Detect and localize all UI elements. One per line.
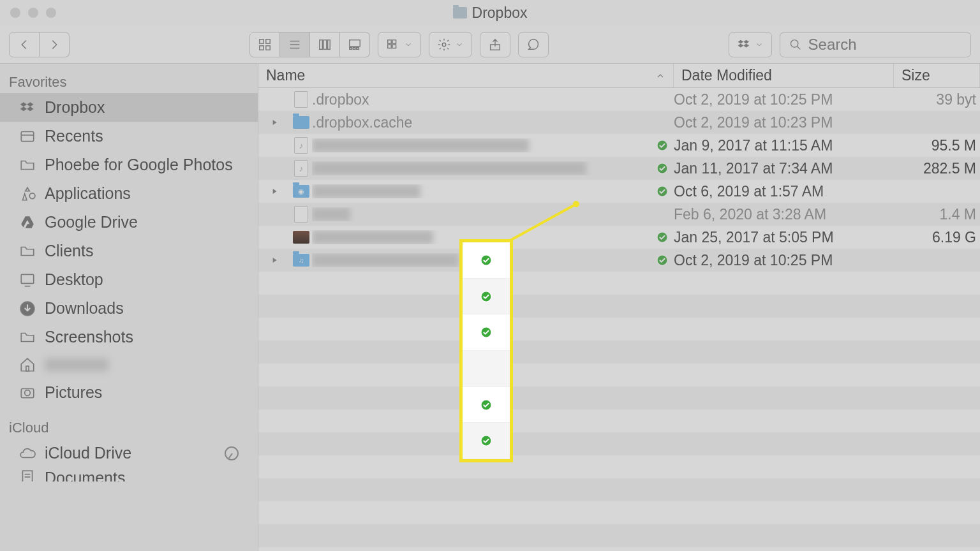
action-button[interactable] [429, 32, 472, 57]
table-row[interactable]: Jan 25, 2017 at 5:05 PM6.19 G [258, 226, 980, 249]
disclosure-triangle[interactable] [258, 118, 290, 127]
empty-row [258, 295, 980, 318]
table-row[interactable]: Jan 11, 2017 at 7:34 AM282.5 M [258, 157, 980, 180]
svg-rect-10 [350, 40, 360, 46]
tags-button[interactable] [518, 32, 549, 57]
arrange-button[interactable] [378, 32, 421, 57]
column-name[interactable]: Name [258, 64, 674, 87]
icon-view-button[interactable] [249, 32, 280, 57]
nav-buttons [9, 32, 70, 57]
sidebar-item-applications[interactable]: Applications [0, 179, 258, 208]
svg-rect-30 [22, 471, 32, 481]
sort-asc-icon [655, 69, 665, 83]
sidebar-item-label: iCloud Drive [45, 444, 131, 462]
back-button[interactable] [9, 32, 40, 57]
downloads-icon [19, 300, 36, 317]
sidebar-item-icloud-drive[interactable]: iCloud Drive [0, 439, 258, 467]
pictures-icon [19, 385, 36, 401]
forward-button[interactable] [40, 32, 70, 57]
file-name [312, 138, 651, 152]
home-icon [19, 356, 36, 373]
sidebar-item-documents[interactable]: Documents [0, 467, 258, 481]
column-date[interactable]: Date Modified [674, 64, 894, 87]
sync-complete-icon [657, 231, 668, 243]
sidebar-item-label: Documents [45, 469, 125, 481]
table-row[interactable]: Feb 6, 2020 at 3:28 AM1.4 M [258, 203, 980, 226]
callout-cell [463, 242, 510, 279]
folder-icon [19, 329, 36, 346]
callout-cell [463, 387, 510, 423]
documents-icon [19, 469, 36, 481]
folder-icon [19, 243, 36, 260]
file-size: 39 byt [894, 91, 980, 108]
sidebar-item-google-drive[interactable]: Google Drive [0, 208, 258, 237]
date-modified: Oct 2, 2019 at 10:23 PM [674, 114, 894, 131]
empty-row [258, 501, 980, 524]
callout-box [459, 239, 513, 462]
sync-complete-icon [657, 140, 668, 151]
svg-rect-13 [357, 47, 359, 49]
table-row[interactable]: Jan 9, 2017 at 11:15 AM95.5 M [258, 134, 980, 157]
sidebar-item-label: Pictures [45, 383, 102, 402]
callout-cell [463, 314, 510, 351]
dropbox-icon [19, 99, 36, 116]
column-view-button[interactable] [310, 32, 340, 57]
window-title-text: Dropbox [472, 4, 528, 22]
view-mode-buttons [249, 32, 370, 57]
svg-marker-33 [273, 120, 277, 125]
sidebar-item-label: Desktop [45, 270, 103, 289]
sidebar-item-recents[interactable]: Recents [0, 122, 258, 151]
sidebar-item-dropbox[interactable]: Dropbox [0, 93, 258, 122]
sidebar-item-label: Google Drive [45, 213, 138, 231]
search-icon [789, 38, 802, 52]
disclosure-triangle[interactable] [258, 256, 290, 265]
gallery-view-button[interactable] [340, 32, 370, 57]
sidebar: Favorites DropboxRecentsPhoebe for Googl… [0, 64, 258, 551]
music-folder-icon [293, 254, 309, 267]
file-name [312, 184, 651, 198]
sync-complete-icon [480, 327, 492, 338]
empty-row [258, 432, 980, 455]
file-name: .dropbox [312, 91, 651, 108]
table-row[interactable]: .dropbox.cacheOct 2, 2019 at 10:23 PM [258, 111, 980, 134]
apps-icon [19, 186, 36, 202]
search-input[interactable] [808, 36, 961, 54]
share-button[interactable] [480, 32, 510, 57]
window-title: Dropbox [0, 4, 980, 22]
empty-row [258, 386, 980, 409]
disclosure-triangle[interactable] [258, 187, 290, 196]
progress-pie-icon [225, 446, 239, 460]
icloud-icon [19, 445, 36, 462]
sidebar-item-label [45, 358, 108, 371]
file-size: 1.4 M [894, 206, 980, 223]
svg-rect-27 [26, 366, 29, 371]
sync-complete-icon [480, 399, 492, 411]
empty-row [258, 272, 980, 295]
callout-cell [463, 423, 510, 459]
callout-cell [463, 351, 510, 387]
table-row[interactable]: Oct 6, 2019 at 1:57 AM [258, 180, 980, 203]
search-field[interactable] [780, 32, 971, 57]
table-row[interactable]: .dropboxOct 2, 2019 at 10:25 PM39 byt [258, 88, 980, 111]
table-row[interactable]: Oct 2, 2019 at 10:25 PM [258, 249, 980, 272]
sidebar-item-clients[interactable]: Clients [0, 237, 258, 265]
list-view-button[interactable] [280, 32, 310, 57]
svg-rect-22 [21, 131, 34, 141]
column-size[interactable]: Size [894, 64, 980, 87]
sync-complete-icon [657, 186, 668, 197]
file-name: .dropbox.cache [312, 114, 651, 131]
svg-rect-15 [392, 40, 396, 43]
sidebar-item-blurred[interactable] [0, 351, 258, 378]
camera-folder-icon [293, 185, 309, 198]
dropbox-toolbar-button[interactable] [729, 32, 772, 57]
callout-cell [463, 279, 510, 315]
date-modified: Oct 6, 2019 at 1:57 AM [674, 183, 894, 200]
sidebar-item-phoebe-for-google-photos[interactable]: Phoebe for Google Photos [0, 151, 258, 179]
file-list: Name Date Modified Size .dropboxOct 2, 2… [258, 64, 980, 551]
sidebar-item-pictures[interactable]: Pictures [0, 378, 258, 407]
sidebar-item-screenshots[interactable]: Screenshots [0, 323, 258, 351]
file-size: 282.5 M [894, 160, 980, 177]
sidebar-item-desktop[interactable]: Desktop [0, 265, 258, 294]
sidebar-item-downloads[interactable]: Downloads [0, 294, 258, 323]
column-headers: Name Date Modified Size [258, 64, 980, 88]
